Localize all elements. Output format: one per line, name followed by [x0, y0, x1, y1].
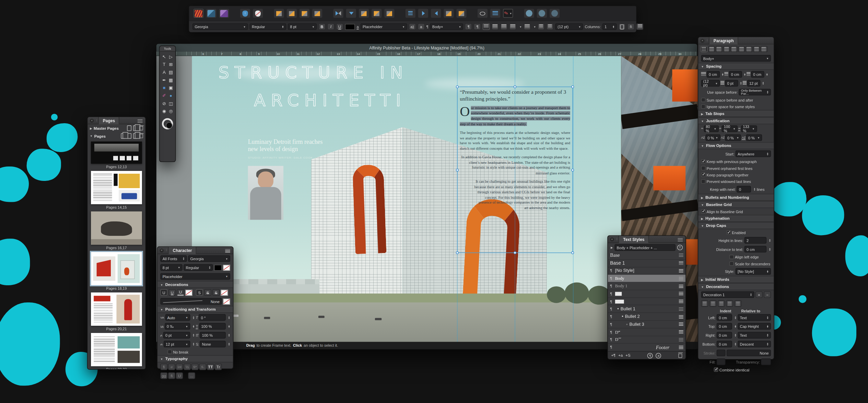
- page-thumbnail-label[interactable]: Pages 20,21: [87, 327, 145, 331]
- pull-quote[interactable]: “Presumably, we would consider a propone…: [460, 89, 570, 102]
- style-item[interactable]: ¶D‴: [608, 329, 685, 336]
- vertical-scale-input[interactable]: 100 %: [199, 323, 226, 330]
- apply-character-style-icon[interactable]: a: [656, 353, 661, 358]
- first-line-indent-input[interactable]: 0 cm: [729, 71, 742, 78]
- horizontal-scale-input[interactable]: 100 %: [200, 332, 226, 338]
- keep-with-next-input[interactable]: 0: [737, 186, 751, 193]
- character-tab[interactable]: Character: [168, 247, 197, 254]
- new-group-style-button[interactable]: +S: [625, 354, 630, 357]
- align-center-button[interactable]: [708, 46, 715, 52]
- keep-together-checkbox[interactable]: [701, 173, 705, 177]
- order-to-front-icon[interactable]: [274, 9, 284, 18]
- style-menu-icon[interactable]: [679, 330, 683, 334]
- selection-handle[interactable]: [514, 251, 516, 254]
- selection-handle[interactable]: [571, 169, 574, 171]
- selection-handle[interactable]: [514, 85, 516, 88]
- frame-text-tool-icon[interactable]: T: [161, 60, 167, 68]
- initial-words-section[interactable]: ▶Initial Words: [698, 276, 774, 283]
- column-text-tool-icon[interactable]: ▤: [167, 68, 174, 76]
- add-master-icon[interactable]: [127, 125, 131, 131]
- designer-persona-icon[interactable]: [206, 9, 216, 18]
- artistic-text-tool-icon[interactable]: A: [161, 68, 167, 76]
- body-paragraph-1[interactable]: Our mission is to take our clients on a …: [460, 105, 570, 127]
- collapse-icon[interactable]: ‖: [616, 238, 618, 241]
- strikethrough-double-button[interactable]: S: [212, 289, 220, 296]
- use-space-before-select[interactable]: Only Between Par...▲▼: [739, 89, 771, 95]
- clear-formatting-button[interactable]: a: [418, 23, 425, 30]
- spread-icon[interactable]: [121, 133, 125, 139]
- align-right-text-button[interactable]: [501, 23, 508, 30]
- zoom-tool-icon[interactable]: ◎: [167, 107, 174, 115]
- view-tool-icon[interactable]: ◉: [161, 107, 167, 115]
- character-style-select[interactable]: Placeholder▼: [160, 273, 230, 279]
- font-style-select[interactable]: Regular▲▼: [184, 264, 213, 271]
- justify-all-button[interactable]: [746, 46, 752, 52]
- panel-menu-icon[interactable]: [678, 238, 683, 242]
- font-size-select[interactable]: 8 pt▼: [160, 264, 183, 271]
- tab-stops-section[interactable]: ▶Tab Stops: [698, 110, 774, 117]
- style-item-selected[interactable]: ¶Body: [608, 275, 685, 283]
- decoration-pos-button[interactable]: [734, 300, 741, 307]
- duplicate-icon[interactable]: [384, 9, 394, 18]
- horizontal-ruler[interactable]: 6789101112131415161718192021222324252627…: [156, 51, 697, 56]
- character-style-select[interactable]: Placeholder▼: [360, 23, 407, 30]
- lock-icon[interactable]: [537, 9, 547, 18]
- left-indent-input[interactable]: 0 cm: [707, 71, 720, 78]
- leading-value-select[interactable]: (12 pt)▼: [555, 23, 583, 30]
- delete-style-icon[interactable]: [678, 353, 682, 358]
- style-menu-icon[interactable]: [679, 307, 683, 311]
- right-indent-input[interactable]: 0 cm: [751, 71, 764, 78]
- order-forward-icon[interactable]: [287, 9, 297, 18]
- selected-text[interactable]: ur mission is to take our clients on a j…: [460, 106, 570, 126]
- numbered-list-button[interactable]: [547, 23, 554, 30]
- deco-left-input[interactable]: 0 cm: [717, 314, 732, 321]
- node-tool-icon[interactable]: ▷: [167, 53, 174, 61]
- headline-line2[interactable]: ARCHITETTI: [254, 91, 406, 110]
- leading-select[interactable]: (12 pt)▼: [701, 80, 720, 87]
- photo-persona-icon[interactable]: [219, 9, 229, 18]
- add-decoration-button[interactable]: +: [755, 291, 763, 298]
- panel-menu-icon[interactable]: [138, 119, 143, 123]
- towards-spine-button[interactable]: [753, 46, 760, 52]
- page-thumbnail-label[interactable]: Pages 22,23: [87, 367, 145, 369]
- decorations-section[interactable]: ▼Decorations: [157, 281, 233, 288]
- fill-swatch[interactable]: [717, 358, 726, 365]
- flow-options-section[interactable]: ▼Flow Options: [698, 142, 774, 149]
- pages-row[interactable]: ▼ Pages: [87, 132, 145, 140]
- delete-page-icon[interactable]: [139, 134, 143, 138]
- deco-top-relative-select[interactable]: Cap Height▲▼: [738, 323, 771, 330]
- snapping-icon[interactable]: [550, 9, 560, 18]
- stroke-none-swatch[interactable]: [223, 264, 230, 270]
- paragraph-style-select[interactable]: Body+▼: [430, 23, 464, 30]
- style-item[interactable]: ¶: [608, 298, 685, 306]
- space-before-input[interactable]: 0 pt: [725, 80, 738, 87]
- leading-button[interactable]: [524, 23, 531, 30]
- page-thumbnail[interactable]: [91, 171, 142, 204]
- page-thumbnail[interactable]: [91, 333, 142, 366]
- underline-button[interactable]: U: [160, 289, 167, 296]
- more-typography-button[interactable]: ...: [188, 372, 195, 379]
- pen-tool-icon[interactable]: ✒: [161, 76, 167, 84]
- style-item[interactable]: ¶•Bullet 2: [608, 313, 685, 321]
- chevron-down-icon[interactable]: ▼: [90, 134, 93, 138]
- color-selector[interactable]: [162, 118, 173, 129]
- byline[interactable]: STUDIO: AFFINITY WRITER: DALE COOK: [248, 156, 313, 159]
- discretionary-ligatures-button[interactable]: fi: [168, 372, 175, 379]
- tracking-select[interactable]: 0 ‰▼: [165, 323, 190, 330]
- portrait-photo[interactable]: [248, 166, 283, 220]
- stroke-swatch[interactable]: [717, 349, 726, 356]
- shape-tool-icon[interactable]: ▦: [167, 76, 174, 84]
- fill-color-swatch[interactable]: [214, 264, 222, 270]
- align-left-button[interactable]: [701, 46, 707, 52]
- transparency-tool-icon[interactable]: ⊘: [161, 99, 167, 107]
- stroke-style-select[interactable]: None: [727, 349, 771, 356]
- superscript-button[interactable]: S*: [191, 364, 199, 370]
- collapse-icon[interactable]: ‖: [96, 119, 97, 122]
- style-menu-icon[interactable]: [679, 323, 683, 326]
- contextual-alternates-button[interactable]: U: [176, 372, 183, 379]
- max-word-select[interactable]: 133 %▼: [741, 125, 757, 132]
- uppercase-button[interactable]: TT: [207, 364, 214, 370]
- fill-tool-icon[interactable]: ●: [167, 92, 174, 100]
- order-to-back-icon[interactable]: [312, 9, 322, 18]
- shear-input[interactable]: 0 °: [199, 314, 226, 321]
